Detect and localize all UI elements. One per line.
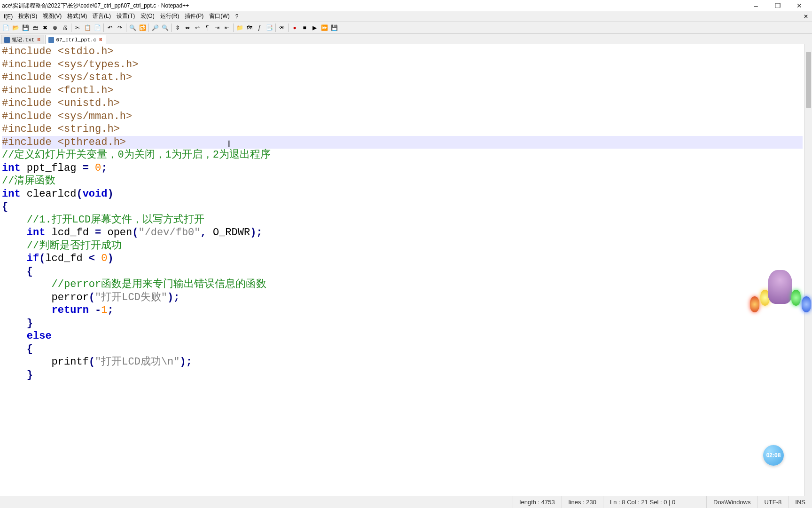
print-icon[interactable]: 🖨 [60, 23, 70, 32]
zoom-out-icon[interactable]: 🔍 [160, 23, 170, 32]
tab-notes[interactable]: 笔记.txt ⊠ [1, 35, 44, 44]
code-line: #include <stdio.h> [2, 46, 114, 57]
zoom-in-icon[interactable]: 🔎 [150, 23, 160, 32]
code-line: //清屏函数 [2, 175, 55, 187]
code-line: #include <sys/stat.h> [2, 71, 132, 83]
code-line: //定义幻灯片开关变量，0为关闭，1为开启，2为退出程序 [2, 149, 271, 161]
toolbar-separator [126, 24, 126, 32]
code-line: //perror函数是用来专门输出错误信息的函数 [2, 278, 266, 290]
code-line: #include <fcntl.h> [2, 85, 114, 96]
text-cursor-icon: I [227, 138, 231, 150]
new-file-icon[interactable]: 📄 [1, 23, 10, 32]
toolbar: 📄 📂 💾 🗃 ✖ ⊗ 🖨 ✂ 📋 📄 ↶ ↷ 🔍 🔁 🔎 🔍 ⇕ ⇔ ↩ ¶ … [0, 22, 812, 34]
folder-workspace-icon[interactable]: 📁 [235, 23, 244, 32]
menu-view[interactable]: 视图(V) [40, 11, 64, 21]
status-position: Ln : 8 Col : 21 Sel : 0 | 0 [603, 496, 706, 508]
status-lines: lines : 230 [562, 496, 603, 508]
menu-settings[interactable]: 设置(T) [114, 11, 138, 21]
paste-icon[interactable]: 📄 [93, 23, 102, 32]
tab-label: 笔记.txt [12, 36, 34, 43]
outdent-icon[interactable]: ⇤ [222, 23, 232, 32]
save-macro-icon[interactable]: 💾 [329, 23, 339, 32]
close-button[interactable]: ✕ [789, 0, 810, 11]
editor-wrap: #include <stdio.h> #include <sys/types.h… [0, 44, 812, 496]
code-line: //1.打开LCD屏幕文件，以写方式打开 [2, 214, 204, 226]
close-all-icon[interactable]: ⊗ [50, 23, 60, 32]
menu-format[interactable]: 格式(M) [64, 11, 90, 21]
file-icon [4, 37, 10, 43]
tab-close-icon[interactable]: ⊠ [36, 38, 41, 42]
status-bar: length : 4753 lines : 230 Ln : 8 Col : 2… [0, 496, 812, 508]
code-line: //判断是否打开成功 [2, 240, 122, 252]
tab-bar: 笔记.txt ⊠ 07_ctrl_ppt.c ⊠ [0, 34, 812, 44]
code-line: { [2, 343, 33, 355]
sync-h-icon[interactable]: ⇔ [183, 23, 192, 32]
code-line: #include <pthread.h> [2, 136, 126, 148]
doc-map-icon[interactable]: 🗺 [245, 23, 254, 32]
tab-07-ctrl-ppt[interactable]: 07_ctrl_ppt.c ⊠ [45, 35, 106, 44]
replace-icon[interactable]: 🔁 [138, 23, 147, 32]
toolbar-separator [275, 24, 276, 32]
save-all-icon[interactable]: 🗃 [31, 23, 40, 32]
sync-v-icon[interactable]: ⇕ [173, 23, 182, 32]
function-list-icon[interactable]: ƒ [255, 23, 264, 32]
cut-icon[interactable]: ✂ [73, 23, 82, 32]
minimize-button[interactable]: – [745, 0, 767, 11]
find-icon[interactable]: 🔍 [128, 23, 137, 32]
menu-window[interactable]: 窗口(W) [206, 11, 232, 21]
mascot-character-icon [768, 270, 792, 304]
save-icon[interactable]: 💾 [21, 23, 30, 32]
play-macro-icon[interactable]: ▶ [310, 23, 319, 32]
close-file-icon[interactable]: ✖ [40, 23, 50, 32]
menu-bar: f(E) 搜索(S) 视图(V) 格式(M) 语言(L) 设置(T) 宏(O) … [0, 11, 812, 22]
copy-icon[interactable]: 📋 [83, 23, 92, 32]
code-line: #include <sys/types.h> [2, 59, 138, 71]
undo-icon[interactable]: ↶ [105, 23, 115, 32]
maximize-button[interactable]: ❐ [767, 0, 789, 11]
play-multi-icon[interactable]: ⏩ [320, 23, 329, 32]
tab-label: 07_ctrl_ppt.c [56, 37, 96, 43]
gem-green-icon [791, 290, 801, 306]
tab-close-icon[interactable]: ⊠ [98, 38, 103, 42]
toolbar-separator [171, 24, 172, 32]
menu-x-button[interactable]: ✕ [801, 12, 811, 21]
mascot-overlay [750, 268, 811, 315]
code-editor[interactable]: #include <stdio.h> #include <sys/types.h… [0, 44, 804, 496]
status-eol: Dos\Windows [706, 496, 757, 508]
title-bar: ace\实训课程整合\2022下\长沙\code\07_ctrl_ppt\07_… [0, 0, 812, 11]
wrap-icon[interactable]: ↩ [193, 23, 202, 32]
menu-plugin[interactable]: 插件(P) [182, 11, 206, 21]
toolbar-separator [288, 24, 289, 32]
open-file-icon[interactable]: 📂 [11, 23, 20, 32]
toolbar-separator [103, 24, 104, 32]
gem-blue-icon [802, 296, 811, 312]
toolbar-separator [148, 24, 149, 32]
code-line: #include <string.h> [2, 123, 120, 135]
indent-icon[interactable]: ⇥ [212, 23, 222, 32]
redo-icon[interactable]: ↷ [115, 23, 125, 32]
gem-red-icon [750, 296, 759, 312]
status-length: length : 4753 [513, 496, 562, 508]
code-line: } [2, 318, 33, 329]
show-all-icon[interactable]: ¶ [203, 23, 212, 32]
window-controls: – ❐ ✕ [745, 0, 810, 11]
menu-macro[interactable]: 宏(O) [138, 11, 157, 21]
file-icon [48, 37, 54, 43]
status-encoding: UTF-8 [757, 496, 788, 508]
stop-macro-icon[interactable]: ■ [300, 23, 309, 32]
code-line: { [2, 266, 33, 278]
toolbar-separator [71, 24, 71, 32]
code-line: #include <unistd.h> [2, 97, 120, 109]
menu-file[interactable]: f(E) [1, 12, 16, 21]
menu-language[interactable]: 语言(L) [90, 11, 114, 21]
doc-switcher-icon[interactable]: 📑 [265, 23, 274, 32]
timer-badge[interactable]: 02:08 [763, 445, 784, 466]
menu-search[interactable]: 搜索(S) [16, 11, 40, 21]
menu-help[interactable]: ? [233, 12, 242, 21]
menu-run[interactable]: 运行(R) [157, 11, 182, 21]
code-line: { [2, 201, 8, 213]
scrollbar-thumb[interactable] [806, 52, 811, 108]
monitor-icon[interactable]: 👁 [277, 23, 287, 32]
record-macro-icon[interactable]: ● [290, 23, 299, 32]
toolbar-separator [233, 24, 234, 32]
